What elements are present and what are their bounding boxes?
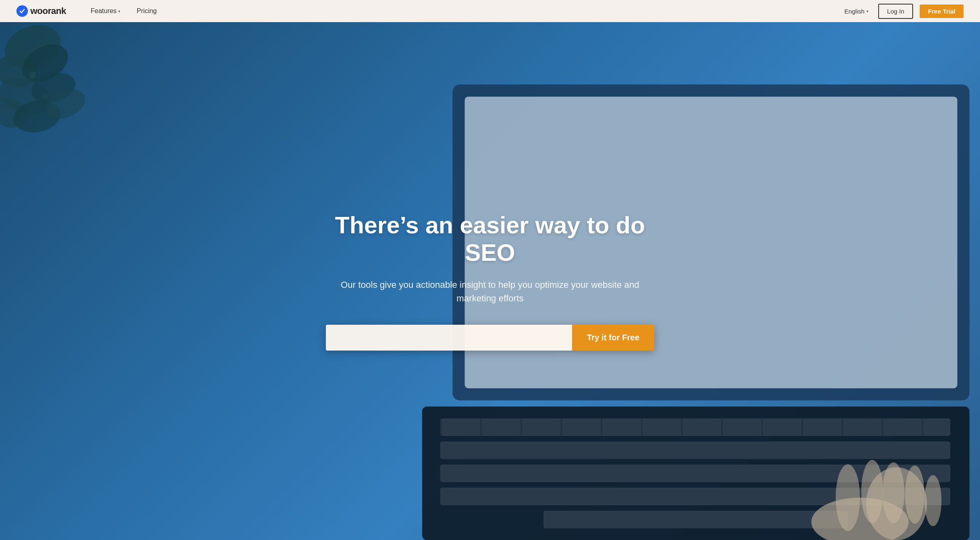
hero-subtitle: Our tools give you actionable insight to… (322, 278, 658, 305)
brand-logo-link[interactable]: woorank (16, 5, 66, 17)
hero-section: There’s an easier way to do SEO Our tool… (0, 22, 980, 540)
features-label: Features (91, 7, 117, 15)
nav-features[interactable]: Features ▾ (82, 0, 128, 22)
svg-point-9 (30, 72, 36, 79)
hero-title: There’s an easier way to do SEO (322, 212, 658, 266)
pricing-label: Pricing (137, 7, 157, 15)
language-label: English (844, 8, 864, 15)
woorank-logo: woorank (16, 5, 66, 17)
free-trial-button[interactable]: Free Trial (920, 5, 964, 18)
features-chevron-icon: ▾ (118, 9, 120, 14)
logo-icon (16, 5, 28, 17)
language-chevron-icon: ▾ (866, 9, 868, 14)
nav-right: English ▾ Log In Free Trial (841, 4, 964, 19)
login-button[interactable]: Log In (878, 4, 914, 19)
plant-decoration (0, 22, 107, 145)
hero-content: There’s an easier way to do SEO Our tool… (305, 212, 675, 350)
nav-pricing[interactable]: Pricing (128, 0, 165, 22)
search-bar: Try it for Free (326, 325, 654, 351)
logo-text: woorank (30, 6, 66, 16)
nav-links: Features ▾ Pricing (82, 0, 841, 22)
try-it-free-button[interactable]: Try it for Free (572, 325, 654, 351)
language-selector[interactable]: English ▾ (841, 5, 871, 17)
svg-point-0 (18, 7, 26, 15)
website-search-input[interactable] (326, 325, 572, 351)
svg-point-10 (43, 93, 48, 98)
navbar: woorank Features ▾ Pricing English ▾ Log… (0, 0, 980, 22)
